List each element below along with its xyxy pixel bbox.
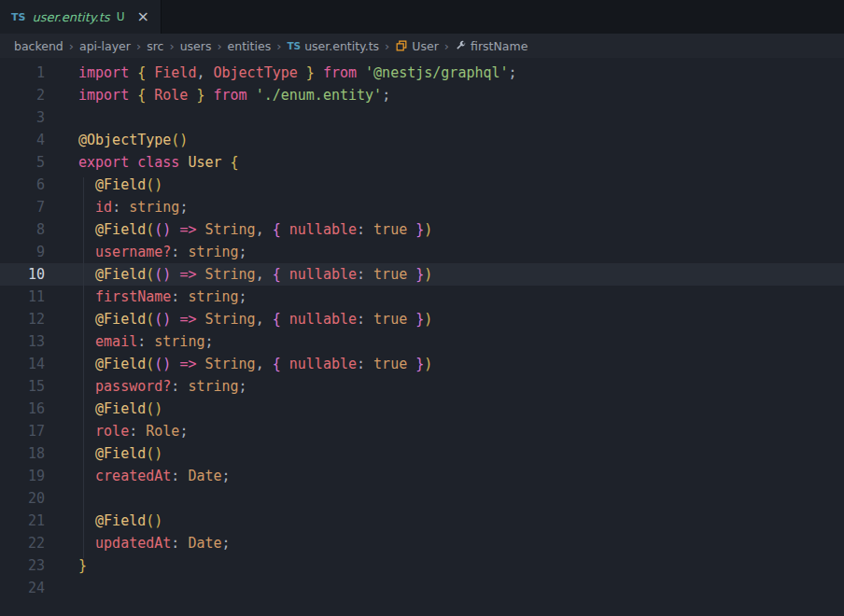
code-text: @Field(() => String, { nullable: true }) — [45, 218, 432, 241]
line-number[interactable]: 7 — [0, 196, 45, 218]
editor: 1import { Field, ObjectType } from '@nes… — [0, 58, 844, 616]
code-area: 1import { Field, ObjectType } from '@nes… — [0, 62, 844, 599]
line-number[interactable]: 4 — [0, 129, 45, 151]
vscode-window: TS user.entity.ts U × backend›api-layer›… — [0, 0, 844, 616]
breadcrumb-item-backend[interactable]: backend — [14, 39, 63, 53]
code-line[interactable]: 12 @Field(() => String, { nullable: true… — [0, 308, 844, 330]
chevron-right-icon: › — [385, 39, 389, 53]
chevron-right-icon: › — [136, 39, 141, 53]
code-text: username?: string; — [45, 241, 247, 263]
breadcrumbs: backend›api-layer›src›users›entities›TSu… — [0, 34, 844, 58]
git-status-untracked-badge: U — [117, 10, 125, 23]
code-line[interactable]: 16 @Field() — [0, 398, 844, 420]
breadcrumb-item-users[interactable]: users — [180, 39, 212, 53]
code-line[interactable]: 19 createdAt: Date; — [0, 465, 844, 487]
code-text: @Field(() => String, { nullable: true }) — [45, 308, 432, 330]
code-text: updatedAt: Date; — [45, 532, 231, 554]
code-line[interactable]: 5export class User { — [0, 151, 844, 174]
breadcrumb-label: User — [412, 39, 439, 53]
tab-user-entity-ts[interactable]: TS user.entity.ts U × — [0, 0, 162, 34]
code-text: } — [45, 554, 87, 577]
line-number[interactable]: 10 — [0, 263, 45, 286]
close-icon[interactable]: × — [136, 9, 148, 24]
code-text: @Field() — [45, 510, 162, 532]
code-line[interactable]: 15 password?: string; — [0, 375, 844, 398]
breadcrumb-label: firstName — [471, 39, 528, 53]
code-line[interactable]: 20 — [0, 487, 844, 510]
line-number[interactable]: 1 — [0, 62, 45, 84]
line-number[interactable]: 6 — [0, 174, 45, 196]
line-number[interactable]: 18 — [0, 442, 45, 465]
code-text — [45, 106, 78, 129]
breadcrumb-label: user.entity.ts — [304, 39, 379, 53]
chevron-right-icon: › — [444, 39, 449, 53]
code-line[interactable]: 11 firstName: string; — [0, 286, 844, 308]
code-line[interactable]: 22 updatedAt: Date; — [0, 532, 844, 554]
breadcrumb-label: entities — [228, 39, 272, 53]
code-line[interactable]: 13 email: string; — [0, 330, 844, 353]
class-icon — [395, 39, 408, 52]
code-text: id: string; — [45, 196, 188, 218]
code-line[interactable]: 9 username?: string; — [0, 241, 844, 263]
code-line[interactable]: 4@ObjectType() — [0, 129, 844, 151]
code-text: @ObjectType() — [45, 129, 188, 151]
code-line[interactable]: 14 @Field(() => String, { nullable: true… — [0, 353, 844, 375]
line-number[interactable]: 13 — [0, 330, 45, 353]
code-text: email: string; — [45, 330, 214, 353]
code-text: password?: string; — [45, 375, 247, 398]
code-text: @Field() — [45, 442, 162, 465]
code-line[interactable]: 18 @Field() — [0, 442, 844, 465]
code-line[interactable]: 17 role: Role; — [0, 420, 844, 442]
breadcrumb-item-entities[interactable]: entities — [228, 39, 272, 53]
line-number[interactable]: 2 — [0, 84, 45, 106]
code-text: @Field(() => String, { nullable: true }) — [45, 353, 432, 375]
line-number[interactable]: 11 — [0, 286, 45, 308]
breadcrumb-item-src[interactable]: src — [147, 39, 163, 53]
code-line[interactable]: 10 @Field(() => String, { nullable: true… — [0, 263, 844, 286]
line-number[interactable]: 15 — [0, 375, 45, 398]
line-number[interactable]: 9 — [0, 241, 45, 263]
code-line[interactable]: 23} — [0, 554, 844, 577]
code-text — [45, 577, 78, 599]
indent-guide — [83, 177, 84, 558]
line-number[interactable]: 5 — [0, 151, 45, 174]
code-text — [45, 487, 78, 510]
line-number[interactable]: 20 — [0, 487, 45, 510]
line-number[interactable]: 8 — [0, 218, 45, 241]
code-text: @Field() — [45, 398, 162, 420]
code-text: import { Field, ObjectType } from '@nest… — [45, 62, 517, 84]
breadcrumb-item-api-layer[interactable]: api-layer — [79, 39, 131, 53]
line-number[interactable]: 21 — [0, 510, 45, 532]
code-text: createdAt: Date; — [45, 465, 231, 487]
code-line[interactable]: 7 id: string; — [0, 196, 844, 218]
typescript-file-icon: TS — [11, 11, 25, 23]
line-number[interactable]: 22 — [0, 532, 45, 554]
code-line[interactable]: 21 @Field() — [0, 510, 844, 532]
line-number[interactable]: 17 — [0, 420, 45, 442]
line-number[interactable]: 16 — [0, 398, 45, 420]
code-line[interactable]: 2import { Role } from './enum.entity'; — [0, 84, 844, 106]
code-line[interactable]: 8 @Field(() => String, { nullable: true … — [0, 218, 844, 241]
code-line[interactable]: 3 — [0, 106, 844, 129]
line-number[interactable]: 19 — [0, 465, 45, 487]
line-number[interactable]: 3 — [0, 106, 45, 129]
line-number[interactable]: 12 — [0, 308, 45, 330]
code-line[interactable]: 24 — [0, 577, 844, 599]
code-text: export class User { — [45, 151, 239, 174]
line-number[interactable]: 14 — [0, 353, 45, 375]
breadcrumb-label: api-layer — [79, 39, 131, 53]
breadcrumb-item-user[interactable]: User — [395, 39, 439, 53]
line-number[interactable]: 23 — [0, 554, 45, 577]
typescript-file-icon: TS — [287, 40, 301, 51]
line-number[interactable]: 24 — [0, 577, 45, 599]
code-line[interactable]: 1import { Field, ObjectType } from '@nes… — [0, 62, 844, 84]
breadcrumb-label: src — [147, 39, 163, 53]
breadcrumb-item-firstname[interactable]: firstName — [455, 39, 528, 53]
code-line[interactable]: 6 @Field() — [0, 174, 844, 196]
chevron-right-icon: › — [276, 39, 281, 53]
code-text: firstName: string; — [45, 286, 247, 308]
breadcrumb-item-user-entity-ts[interactable]: TSuser.entity.ts — [287, 39, 379, 53]
code-text: role: Role; — [45, 420, 188, 442]
code-text: import { Role } from './enum.entity'; — [45, 84, 390, 106]
tab-filename: user.entity.ts — [32, 10, 109, 24]
